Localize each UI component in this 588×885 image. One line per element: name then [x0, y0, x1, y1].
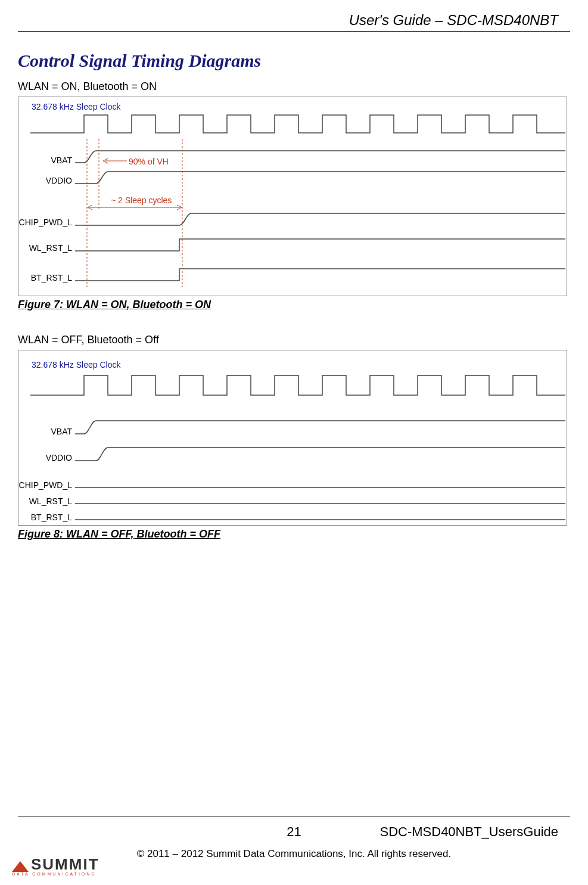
footer-doc-id: SDC-MSD40NBT_UsersGuide	[379, 824, 558, 840]
signal-label-wl-rst-l: WL_RST_L	[24, 496, 72, 506]
summit-logo: SUMMIT DATA COMMUNICATIONS	[12, 858, 99, 876]
figure-8-caption: Figure 8: WLAN = OFF, Bluetooth = OFF	[18, 528, 567, 541]
figure-7: WLAN = ON, Bluetooth = ON 32.678 kHz Sle…	[18, 80, 567, 311]
figure-8-title: WLAN = OFF, Bluetooth = Off	[18, 334, 567, 346]
page: User's Guide – SDC-MSD40NBT Control Sign…	[0, 0, 588, 885]
header-doc-title: User's Guide – SDC-MSD40NBT	[349, 12, 558, 29]
clock-label: 32.678 kHz Sleep Clock	[32, 360, 120, 369]
figure-8-diagram: 32.678 kHz Sleep Clock VBAT VDDIO CHIP_P…	[18, 350, 567, 526]
logo-main: SUMMIT	[31, 855, 99, 873]
rule-bottom	[18, 816, 570, 816]
signal-label-wl-rst-l: WL_RST_L	[24, 243, 72, 253]
summit-triangle-icon	[12, 861, 29, 872]
figure-7-caption: Figure 7: WLAN = ON, Bluetooth = ON	[18, 299, 567, 311]
signal-label-vddio: VDDIO	[36, 453, 72, 462]
figure-7-diagram: 32.678 kHz Sleep Clock VBAT VDDIO CHIP_P…	[18, 97, 567, 296]
figure-7-title: WLAN = ON, Bluetooth = ON	[18, 80, 567, 93]
logo-sub: DATA COMMUNICATIONS	[12, 872, 99, 876]
figure-8: WLAN = OFF, Bluetooth = Off 32.678 kHz S…	[18, 334, 567, 541]
rule-top	[18, 31, 570, 32]
signal-label-vbat: VBAT	[36, 156, 72, 165]
signal-label-bt-rst-l: BT_RST_L	[24, 513, 72, 522]
signal-label-vbat: VBAT	[36, 427, 72, 436]
signal-label-bt-rst-l: BT_RST_L	[24, 273, 72, 282]
signal-label-vddio: VDDIO	[36, 176, 72, 185]
annotation-sleep-cycles: ~ 2 Sleep cycles	[111, 195, 172, 205]
signal-label-chip-pwd-l: CHIP_PWD_L	[18, 480, 72, 490]
timing-waveform-icon	[18, 350, 567, 525]
annotation-90pct: 90% of VH	[129, 157, 169, 166]
section-title: Control Signal Timing Diagrams	[18, 51, 261, 71]
signal-label-chip-pwd-l: CHIP_PWD_L	[18, 218, 72, 227]
clock-label: 32.678 kHz Sleep Clock	[32, 102, 120, 111]
timing-waveform-icon	[18, 97, 567, 296]
